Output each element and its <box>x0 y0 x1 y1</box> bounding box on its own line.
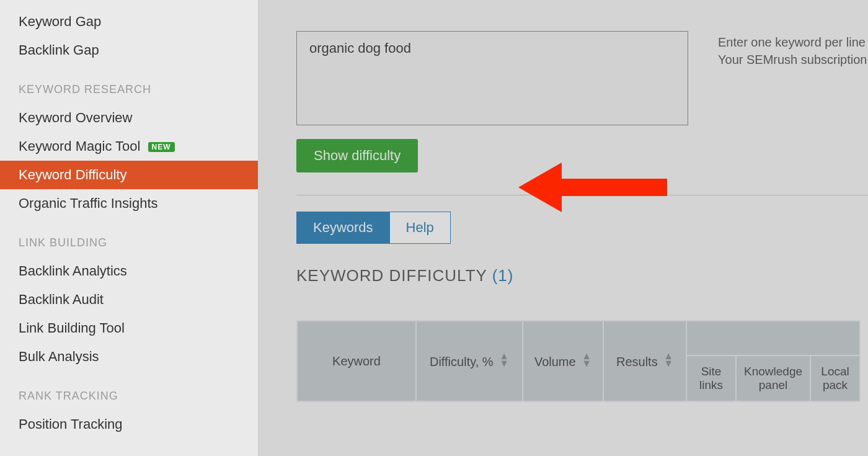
col-results-label: Results <box>616 355 658 369</box>
section-title-count: (1) <box>492 266 514 285</box>
sidebar-item-backlink-audit[interactable]: Backlink Audit <box>0 285 258 314</box>
col-difficulty[interactable]: Difficulty, % ▲▼ <box>416 321 523 401</box>
sidebar: Keyword Gap Backlink Gap KEYWORD RESEARC… <box>0 0 259 456</box>
tab-help[interactable]: Help <box>389 212 451 244</box>
sidebar-item-organic-traffic-insights[interactable]: Organic Traffic Insights <box>0 189 258 218</box>
sidebar-heading-link-building: LINK BUILDING <box>0 218 258 257</box>
main-area: Enter one keyword per line Your SEMrush … <box>259 0 868 456</box>
divider <box>296 195 868 195</box>
keyword-input[interactable] <box>296 31 688 125</box>
col-volume[interactable]: Volume ▲▼ <box>523 321 603 401</box>
input-hint-line1: Enter one keyword per line <box>718 34 867 51</box>
badge-new: NEW <box>148 142 175 152</box>
sidebar-item-bulk-analysis[interactable]: Bulk Analysis <box>0 342 258 371</box>
col-volume-label: Volume <box>534 355 576 369</box>
sidebar-item-backlink-gap[interactable]: Backlink Gap <box>0 36 258 65</box>
sidebar-item-link-building-tool[interactable]: Link Building Tool <box>0 314 258 342</box>
sidebar-item-keyword-difficulty[interactable]: Keyword Difficulty <box>0 161 258 189</box>
show-difficulty-button[interactable]: Show difficulty <box>296 139 418 172</box>
sidebar-heading-keyword-research: KEYWORD RESEARCH <box>0 65 258 104</box>
sort-icon: ▲▼ <box>663 352 673 366</box>
sort-icon: ▲▼ <box>582 352 591 366</box>
col-difficulty-label: Difficulty, % <box>430 355 494 369</box>
sidebar-heading-rank-tracking: RANK TRACKING <box>0 371 258 410</box>
col-results[interactable]: Results ▲▼ <box>603 321 686 401</box>
sidebar-item-keyword-overview[interactable]: Keyword Overview <box>0 104 258 132</box>
sidebar-item-position-tracking[interactable]: Position Tracking <box>0 410 258 439</box>
col-serp-features-header <box>686 321 860 355</box>
section-title: KEYWORD DIFFICULTY (1) <box>296 266 868 285</box>
input-hint: Enter one keyword per line Your SEMrush … <box>718 34 867 68</box>
tab-keywords[interactable]: Keywords <box>296 212 389 244</box>
sidebar-item-label: Keyword Magic Tool <box>19 138 140 154</box>
results-table: Keyword Difficulty, % ▲▼ Volume ▲▼ Resul… <box>296 320 861 402</box>
sidebar-item-keyword-magic-tool[interactable]: Keyword Magic Tool NEW <box>0 132 258 161</box>
sidebar-item-backlink-analytics[interactable]: Backlink Analytics <box>0 257 258 285</box>
sort-icon: ▲▼ <box>499 352 509 366</box>
tab-row: Keywords Help <box>296 212 868 244</box>
section-title-text: KEYWORD DIFFICULTY <box>296 266 492 285</box>
col-site-links[interactable]: Site links <box>686 355 736 401</box>
sidebar-item-keyword-gap[interactable]: Keyword Gap <box>0 7 258 36</box>
col-keyword[interactable]: Keyword <box>297 321 416 401</box>
col-local-pack[interactable]: Local pack <box>810 355 860 401</box>
input-hint-line2: Your SEMrush subscription <box>718 51 867 68</box>
col-knowledge-panel[interactable]: Knowledge panel <box>736 355 810 401</box>
